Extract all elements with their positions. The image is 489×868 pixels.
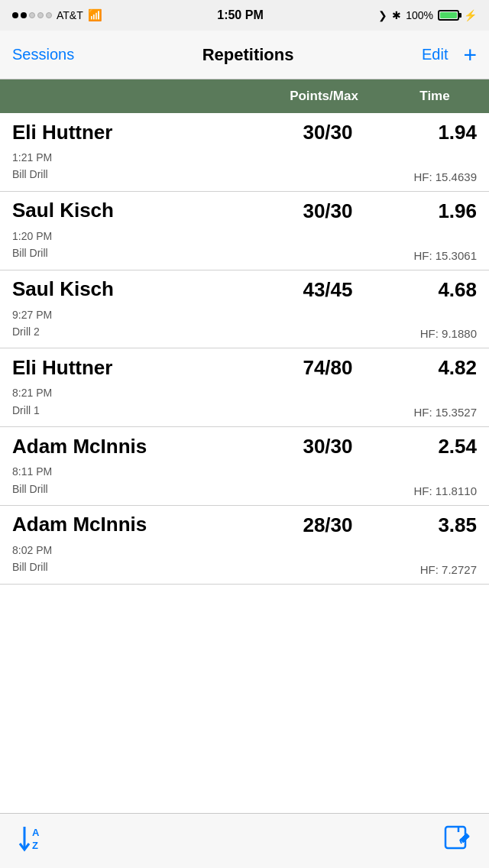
signal-dot-2 (21, 12, 27, 18)
row-points-3: 74/80 (263, 356, 393, 380)
compose-icon (443, 824, 471, 857)
table-row[interactable]: Eli Huttner 30/30 1.94 1:21 PMBill Drill… (0, 113, 489, 192)
row-name-3: Eli Huttner (12, 357, 263, 380)
row-name-0: Eli Huttner (12, 121, 263, 144)
battery-percent: 100% (406, 9, 433, 21)
table-row[interactable]: Adam McInnis 28/30 3.85 8:02 PMBill Dril… (0, 506, 489, 585)
table-row[interactable]: Adam McInnis 30/30 2.54 8:11 PMBill Dril… (0, 427, 489, 506)
table-header: Points/Max Time (0, 79, 489, 113)
compose-button[interactable] (443, 824, 471, 857)
row-left-1: Saul Kisch (12, 199, 263, 222)
row-meta-5: 8:02 PMBill Drill (12, 542, 52, 576)
carrier-text: AT&T (57, 9, 83, 21)
row-left-0: Eli Huttner (12, 121, 263, 144)
page-title: Repetitions (202, 45, 294, 65)
nav-bar: Sessions Repetitions Edit + (0, 31, 489, 79)
edit-button[interactable]: Edit (422, 46, 448, 63)
back-button[interactable]: Sessions (12, 46, 74, 63)
row-points-1: 30/30 (263, 199, 393, 223)
table-row[interactable]: Eli Huttner 74/80 4.82 8:21 PMDrill 1 HF… (0, 348, 489, 427)
status-left: AT&T 📶 (12, 8, 102, 22)
battery-indicator (438, 10, 459, 21)
row-left-5: Adam McInnis (12, 513, 263, 536)
row-left-4: Adam McInnis (12, 436, 263, 458)
row-left-3: Eli Huttner (12, 357, 263, 380)
status-right: ❯ ✱ 100% ⚡ (378, 9, 477, 21)
row-points-4: 30/30 (263, 435, 393, 458)
battery-fill (440, 12, 457, 18)
row-meta-1: 1:20 PMBill Drill (12, 228, 52, 262)
row-hf-5: HF: 7.2727 (420, 563, 477, 576)
sort-button[interactable]: A Z (18, 824, 49, 858)
svg-text:A: A (32, 827, 40, 838)
row-hf-1: HF: 15.3061 (413, 249, 477, 262)
row-time-3: 4.82 (393, 356, 477, 380)
row-name-4: Adam McInnis (12, 436, 263, 458)
row-meta-0: 1:21 PMBill Drill (12, 149, 52, 183)
row-hf-3: HF: 15.3527 (413, 406, 477, 419)
add-button[interactable]: + (463, 44, 477, 66)
row-time-1: 1.96 (393, 199, 477, 223)
row-name-5: Adam McInnis (12, 513, 263, 536)
row-left-2: Saul Kisch (12, 278, 263, 301)
signal-dot-1 (12, 12, 18, 18)
table-row[interactable]: Saul Kisch 43/45 4.68 9:27 PMDrill 2 HF:… (0, 270, 489, 349)
row-hf-0: HF: 15.4639 (413, 170, 477, 183)
status-time: 1:50 PM (217, 8, 263, 22)
content-area: Eli Huttner 30/30 1.94 1:21 PMBill Drill… (0, 113, 489, 640)
wifi-icon: 📶 (88, 8, 102, 22)
row-name-2: Saul Kisch (12, 278, 263, 301)
signal-dot-5 (46, 12, 52, 18)
row-time-4: 2.54 (393, 435, 477, 458)
signal-dots (12, 12, 52, 18)
row-points-2: 43/45 (263, 278, 393, 302)
svg-text:Z: Z (32, 840, 38, 851)
row-time-0: 1.94 (393, 121, 477, 144)
table-row[interactable]: Saul Kisch 30/30 1.96 1:20 PMBill Drill … (0, 192, 489, 270)
charging-icon: ⚡ (464, 9, 477, 21)
status-bar: AT&T 📶 1:50 PM ❯ ✱ 100% ⚡ (0, 0, 489, 31)
row-hf-4: HF: 11.8110 (413, 484, 477, 497)
signal-dot-4 (37, 12, 44, 18)
row-meta-3: 8:21 PMDrill 1 (12, 384, 52, 419)
col-points-header: Points/Max (255, 89, 393, 104)
row-time-5: 3.85 (393, 513, 477, 537)
col-time-header: Time (393, 89, 477, 104)
row-meta-4: 8:11 PMBill Drill (12, 463, 52, 497)
row-hf-2: HF: 9.1880 (420, 327, 477, 340)
signal-dot-3 (29, 12, 35, 18)
location-icon: ❯ (378, 9, 387, 21)
row-points-0: 30/30 (263, 121, 393, 144)
sort-az-icon: A Z (18, 824, 49, 858)
bottom-toolbar: A Z (0, 813, 489, 868)
bluetooth-icon: ✱ (392, 9, 401, 21)
battery-bar (438, 10, 459, 21)
nav-right-actions: Edit + (422, 44, 477, 66)
row-time-2: 4.68 (393, 278, 477, 302)
row-meta-2: 9:27 PMDrill 2 (12, 306, 52, 341)
row-name-1: Saul Kisch (12, 199, 263, 222)
row-points-5: 28/30 (263, 513, 393, 537)
